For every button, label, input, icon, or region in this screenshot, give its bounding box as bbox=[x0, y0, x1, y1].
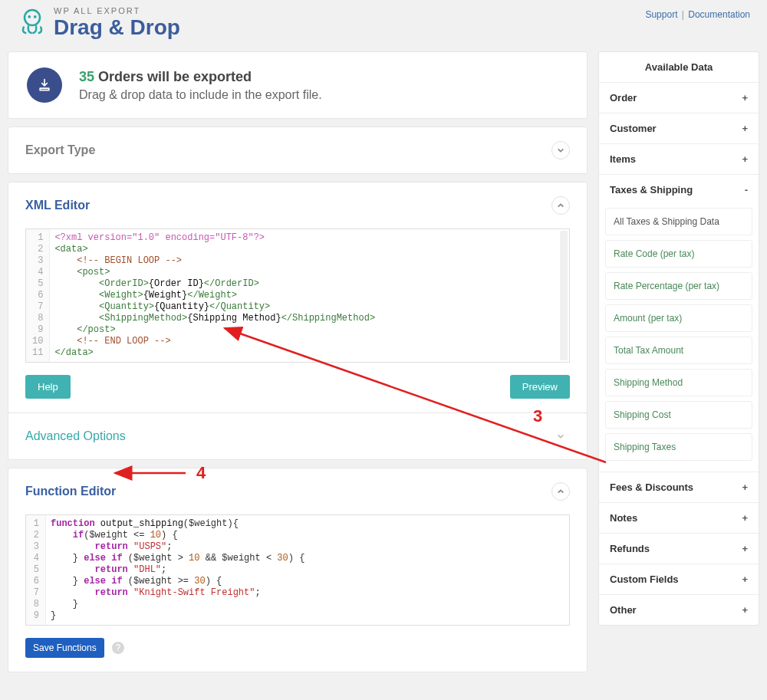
svg-point-1 bbox=[28, 15, 31, 18]
export-subtitle: Drag & drop data to include in the expor… bbox=[79, 88, 322, 102]
collapse-toggle[interactable] bbox=[551, 141, 570, 159]
plus-icon: + bbox=[742, 573, 748, 585]
collapse-toggle[interactable] bbox=[551, 196, 570, 215]
data-group-body: All Taxes & Shipping DataRate Code (per … bbox=[599, 205, 759, 472]
data-group-custom-fields[interactable]: Custom Fields + bbox=[599, 564, 759, 594]
data-field-rate-percentage-per-tax-[interactable]: Rate Percentage (per tax) bbox=[605, 272, 752, 300]
data-group-label: Notes bbox=[610, 512, 637, 524]
data-field-shipping-cost[interactable]: Shipping Cost bbox=[605, 401, 752, 429]
data-group-taxes-shipping[interactable]: Taxes & Shipping - bbox=[599, 174, 759, 205]
data-field-shipping-taxes[interactable]: Shipping Taxes bbox=[605, 433, 752, 461]
data-group-items[interactable]: Items + bbox=[599, 143, 759, 174]
data-group-label: Items bbox=[610, 153, 636, 165]
data-field-all-taxes-shipping-data[interactable]: All Taxes & Shipping Data bbox=[605, 208, 752, 235]
data-group-other[interactable]: Other + bbox=[599, 594, 759, 625]
brand-block: WP ALL EXPORT Drag & Drop bbox=[17, 6, 180, 39]
plus-icon: + bbox=[742, 481, 748, 493]
data-group-label: Custom Fields bbox=[610, 573, 679, 585]
data-group-label: Refunds bbox=[610, 543, 650, 554]
data-group-customer[interactable]: Customer + bbox=[599, 113, 759, 143]
xml-code-editor[interactable]: 1234567891011 <?xml version="1.0" encodi… bbox=[25, 228, 570, 363]
svg-point-2 bbox=[34, 15, 37, 18]
export-count-title: 35 Orders will be exported bbox=[79, 69, 322, 85]
function-editor-panel: Function Editor 123456789 function outpu… bbox=[8, 468, 588, 672]
export-type-panel: Export Type bbox=[8, 127, 588, 174]
data-group-label: Order bbox=[610, 92, 637, 104]
page-title: Drag & Drop bbox=[54, 16, 180, 38]
data-group-refunds[interactable]: Refunds + bbox=[599, 533, 759, 564]
brand-supertitle: WP ALL EXPORT bbox=[54, 7, 180, 16]
export-info-panel: 35 Orders will be exported Drag & drop d… bbox=[8, 51, 588, 119]
advanced-options-title: Advanced Options bbox=[25, 429, 126, 443]
data-group-order[interactable]: Order + bbox=[599, 83, 759, 113]
data-field-rate-code-per-tax-[interactable]: Rate Code (per tax) bbox=[605, 240, 752, 268]
help-icon[interactable]: ? bbox=[112, 642, 124, 654]
collapse-toggle[interactable] bbox=[551, 482, 570, 501]
plus-icon: + bbox=[742, 92, 748, 104]
documentation-link[interactable]: Documentation bbox=[688, 9, 750, 20]
advanced-options-panel[interactable]: Advanced Options bbox=[8, 412, 588, 460]
header-links: Support | Documentation bbox=[645, 9, 750, 20]
function-code-editor[interactable]: 123456789 function output_shipping($weig… bbox=[25, 514, 570, 626]
data-group-label: Fees & Discounts bbox=[610, 481, 693, 493]
scrollbar[interactable] bbox=[560, 231, 568, 360]
help-button[interactable]: Help bbox=[25, 375, 71, 399]
plus-icon: + bbox=[742, 543, 748, 554]
data-field-amount-per-tax-[interactable]: Amount (per tax) bbox=[605, 304, 752, 332]
plus-icon: + bbox=[742, 604, 748, 616]
brand-logo-icon bbox=[17, 6, 48, 39]
svg-point-0 bbox=[25, 10, 40, 25]
function-editor-title: Function Editor bbox=[25, 485, 116, 498]
data-field-total-tax-amount[interactable]: Total Tax Amount bbox=[605, 337, 752, 364]
available-data-title: Available Data bbox=[599, 52, 759, 83]
data-group-notes[interactable]: Notes + bbox=[599, 502, 759, 533]
plus-icon: + bbox=[742, 123, 748, 134]
export-type-title: Export Type bbox=[25, 143, 95, 157]
data-group-label: Taxes & Shipping bbox=[610, 184, 693, 196]
plus-icon: + bbox=[742, 512, 748, 524]
preview-button[interactable]: Preview bbox=[510, 375, 570, 399]
available-data-panel: Available Data Order +Customer +Items +T… bbox=[598, 51, 759, 626]
minus-icon: - bbox=[745, 184, 748, 196]
support-link[interactable]: Support bbox=[645, 9, 677, 20]
data-group-label: Customer bbox=[610, 123, 657, 134]
chevron-down-icon[interactable] bbox=[551, 427, 570, 445]
data-field-shipping-method[interactable]: Shipping Method bbox=[605, 369, 752, 396]
xml-editor-panel: XML Editor 1234567891011 <?xml version="… bbox=[8, 182, 588, 413]
save-functions-button[interactable]: Save Functions bbox=[25, 638, 104, 658]
download-icon bbox=[27, 67, 62, 103]
data-group-fees-discounts[interactable]: Fees & Discounts + bbox=[599, 472, 759, 502]
plus-icon: + bbox=[742, 153, 748, 165]
xml-editor-title: XML Editor bbox=[25, 199, 90, 212]
data-group-label: Other bbox=[610, 604, 637, 616]
